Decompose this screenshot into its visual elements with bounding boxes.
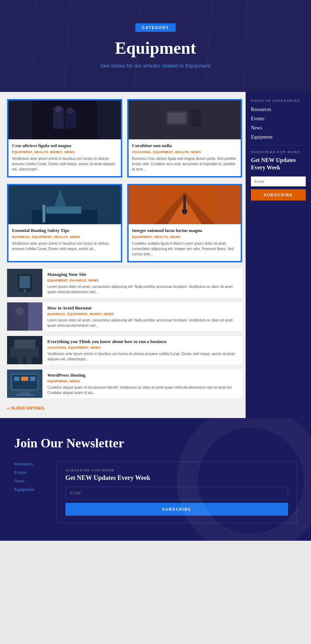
card-title: Cras ultrices ligula sed magna <box>12 143 117 149</box>
footer-link-resources[interactable]: Resources <box>14 461 46 467</box>
list-item-excerpt: Vestibulum ante ipsum primis in faucibus… <box>47 351 239 362</box>
sidebar-subscribe-button[interactable]: SUBSCRIBE <box>251 189 306 201</box>
newsletter-footer-inner: Resources Events News Equipment SUBSCRIB… <box>14 461 297 523</box>
newsletter-footer-links: Resources Events News Equipment <box>14 461 46 523</box>
list-item-excerpt: Curabitur aliquet quam id dui posuere bl… <box>47 385 239 395</box>
list-item-excerpt: Lorem ipsum dolor sit amet, consectetur … <box>47 284 239 295</box>
svg-rect-13 <box>46 207 81 214</box>
list-item-tags: COACHING, EQUIPMENT, NEWS <box>47 346 239 349</box>
svg-rect-37 <box>16 394 34 396</box>
sidebar-subscribe-title: Get NEW Updates Every Week <box>251 157 306 172</box>
card-title: Integer euismod lacus luctus magna <box>132 228 237 233</box>
list-item-title: Managing Your Site <box>47 272 239 277</box>
sidebar-email-input[interactable] <box>251 176 306 186</box>
svg-rect-38 <box>14 377 19 381</box>
svg-rect-14 <box>42 205 45 222</box>
hero-subtitle: See below for our articles related to Eq… <box>100 63 211 69</box>
card-tags: EQUIPMENT, HEALTH, NEWS <box>132 235 237 239</box>
hero-subtitle-highlight: Equipment <box>185 63 211 69</box>
list-item-title: How to Avoid Burnout <box>47 305 239 311</box>
footer-link-events[interactable]: Events <box>14 470 46 475</box>
sidebar-divider <box>251 145 306 145</box>
svg-rect-3 <box>55 106 62 113</box>
svg-rect-36 <box>19 391 30 394</box>
newsletter-email-input[interactable] <box>65 487 288 499</box>
list-item[interactable]: Everything you Think you know about how … <box>7 336 242 365</box>
svg-rect-19 <box>183 195 186 215</box>
svg-rect-31 <box>18 357 23 364</box>
svg-rect-39 <box>21 377 28 381</box>
svg-rect-30 <box>14 340 35 348</box>
list-item-tags: EQUIPMENT, NEWS <box>47 379 239 383</box>
svg-rect-9 <box>168 113 186 123</box>
sidebar: POPULAR CATEGORIES Resources Events News… <box>246 92 311 418</box>
svg-point-23 <box>24 290 26 292</box>
list-item-excerpt: Lorem ipsum dolor sit amet, consectetur … <box>47 318 239 328</box>
newsletter-footer-form: SUBSCRIBE FOR MORE Get NEW Updates Every… <box>57 461 297 523</box>
card-tags: BUSINESS, EQUIPMENT, HEALTH, NEWS <box>12 235 117 239</box>
sidebar-item-events[interactable]: Events <box>251 116 306 122</box>
newsletter-footer-title: Join Our Newsletter <box>14 436 297 451</box>
main-wrap: Cras ultrices ligula sed magna EQUIPMENT… <box>0 92 311 418</box>
svg-point-26 <box>15 307 24 315</box>
sidebar-item-equipment[interactable]: Equipment <box>251 134 306 140</box>
svg-rect-40 <box>30 377 35 381</box>
newsletter-form-title: Get NEW Updates Every Week <box>65 474 288 482</box>
svg-rect-25 <box>28 302 42 331</box>
card-excerpt: Curabitur sodales ligula in libero Lorem… <box>132 241 237 257</box>
footer-link-equipment[interactable]: Equipment <box>14 487 46 492</box>
content-area: Cras ultrices ligula sed magna EQUIPMENT… <box>0 92 246 418</box>
footer-link-news[interactable]: News <box>14 478 46 484</box>
newsletter-subscribe-button[interactable]: SUBSCRIBE <box>65 503 288 516</box>
svg-rect-27 <box>14 318 25 331</box>
sidebar-item-resources[interactable]: Resources <box>251 107 306 112</box>
sidebar-subscribe-label: SUBSCRIBE FOR MORE <box>251 150 306 154</box>
card-item[interactable]: Integer euismod lacus luctus magna EQUIP… <box>127 184 242 262</box>
older-entries-link[interactable]: « OLDER ENTRIES <box>7 406 45 410</box>
card-excerpt: Vestibulum ante ipsum primis in faucibus… <box>12 241 117 251</box>
list-item-title: WordPress Hosting <box>47 372 239 378</box>
list-item[interactable]: Managing Your Site EQUIPMENT, EXAMPLE, N… <box>7 269 242 297</box>
hero-section: CATEGORY Equipment See below for our art… <box>0 0 311 92</box>
card-title: Essential Boating Safety Tips <box>12 228 117 233</box>
card-excerpt: Vestibulum ante ipsum primis in faucibus… <box>12 156 117 172</box>
list-item-tags: BUSINESS, EQUIPMENT, MONEY, NEWS <box>47 312 239 316</box>
sidebar-item-news[interactable]: News <box>251 125 306 131</box>
svg-rect-0 <box>32 100 97 139</box>
list-item-tags: EQUIPMENT, EXAMPLE, NEWS <box>47 279 239 282</box>
card-grid-row1: Cras ultrices ligula sed magna EQUIPMENT… <box>7 99 242 178</box>
svg-rect-7 <box>191 109 201 127</box>
card-tags: COACHING, EQUIPMENT, HEALTH, NEWS <box>132 150 237 154</box>
svg-rect-22 <box>19 276 30 288</box>
newsletter-form-label: SUBSCRIBE FOR MORE <box>65 469 288 472</box>
list-item-title: Everything you Think you know about how … <box>47 339 239 344</box>
card-grid-row2: Essential Boating Safety Tips BUSINESS, … <box>7 184 242 262</box>
svg-rect-32 <box>27 357 32 364</box>
list-item[interactable]: WordPress Hosting EQUIPMENT, NEWS Curabi… <box>7 370 242 398</box>
svg-rect-4 <box>67 108 74 114</box>
hero-title: Equipment <box>115 38 196 58</box>
category-badge: CATEGORY <box>135 23 175 32</box>
list-item[interactable]: How to Avoid Burnout BUSINESS, EQUIPMENT… <box>7 302 242 331</box>
sidebar-categories-label: POPULAR CATEGORIES <box>251 99 306 103</box>
card-title: Curabitur non nulla <box>132 143 237 149</box>
card-item[interactable]: Curabitur non nulla COACHING, EQUIPMENT,… <box>127 99 242 178</box>
card-item[interactable]: Essential Boating Safety Tips BUSINESS, … <box>7 184 122 262</box>
card-tags: EQUIPMENT, HEALTH, MONEY, NEWS <box>12 150 117 154</box>
card-excerpt: Business Cras ultrices ligula sed magna … <box>132 156 237 172</box>
card-item[interactable]: Cras ultrices ligula sed magna EQUIPMENT… <box>7 99 122 178</box>
newsletter-footer: Join Our Newsletter Resources Events New… <box>0 418 311 541</box>
